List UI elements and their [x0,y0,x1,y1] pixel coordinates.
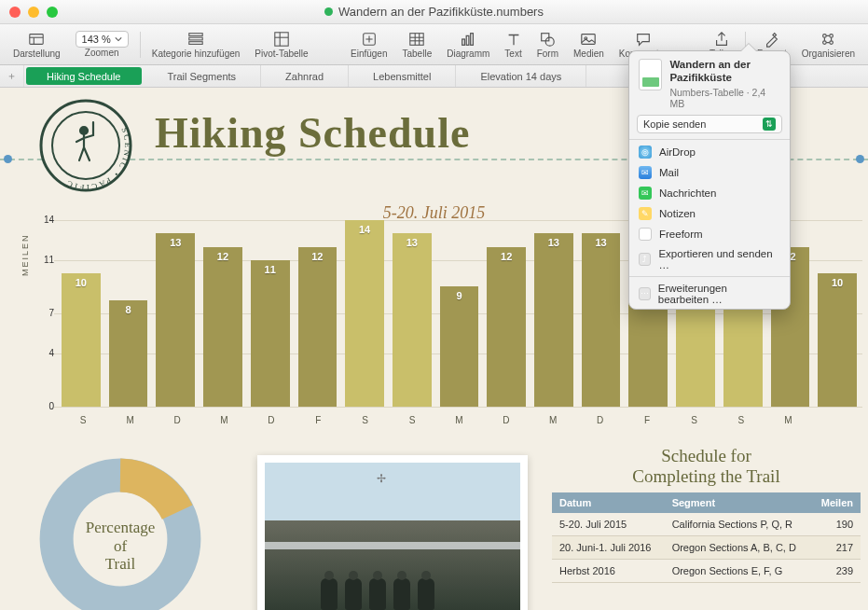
table-header[interactable]: Datum [552,492,665,513]
x-tick-label: S [389,415,435,425]
zoom-control[interactable]: 143 % Zoomen [68,29,136,60]
insert-icon [361,31,378,48]
text-button[interactable]: Text [497,29,529,61]
chevron-down-icon [115,35,122,43]
share-popover: Wandern an derPazifikküste Numbers-Tabel… [628,50,791,310]
x-tick-label: F [295,415,341,425]
schedule-table-section: Schedule for Completing the Trail DatumS… [552,446,861,583]
x-tick-label: M [765,415,811,425]
share-mail[interactable]: ✉Mail [629,162,790,183]
media-icon [580,31,597,48]
share-export[interactable]: ⤴Exportieren und senden … [629,244,790,274]
window-controls [0,7,58,18]
chart-icon [460,31,476,48]
x-tick-label: D [576,415,623,425]
share-doc-subtitle: Numbers-Tabelle · 2,4 MB [669,87,780,109]
coastal-photo[interactable]: ✢ [257,455,528,610]
view-button[interactable]: Darstellung [6,29,68,61]
x-tick-label: S [341,415,388,425]
sheet-tab[interactable]: Zahnrad [261,65,349,87]
send-copy-dropdown[interactable]: Kopie senden ⇅ [637,115,782,133]
svg-point-32 [80,127,88,134]
format-icon [764,31,780,48]
svg-rect-20 [542,33,549,40]
schedule-title: Schedule for Completing the Trail [552,446,861,487]
y-axis-label: MEILEN [21,233,30,276]
add-sheet-button[interactable]: ＋ [0,65,24,87]
mail-icon: ✉ [639,166,652,179]
table-icon [408,31,425,48]
share-notes[interactable]: ✎Notizen [629,203,790,224]
insert-button[interactable]: Einfügen [343,29,394,61]
svg-rect-0 [30,34,43,44]
x-tick-label [812,415,859,425]
table-header[interactable]: Segment [665,492,811,513]
x-tick-label: D [154,415,200,425]
fullscreen-window-button[interactable] [47,7,58,18]
guide-handle-right[interactable] [856,155,864,163]
x-axis-labels: SMDMDFSSMDMDFSSM [60,415,859,425]
add-category-button[interactable]: Kategorie hinzufügen [145,29,248,61]
messages-icon: ✉ [639,187,652,200]
shape-button[interactable]: Form [530,29,566,61]
table-row[interactable]: 5-20. Juli 2015California Sections P, Q,… [552,513,861,536]
percentage-donut-chart[interactable]: Percentage of Trail [22,455,218,610]
chart-button[interactable]: Diagramm [439,29,497,61]
sheet-tab[interactable]: Trail Segments [144,65,262,87]
document-thumbnail-icon [639,59,662,90]
share-icon [713,31,730,48]
table-row[interactable]: 20. Juni-1. Juli 2016Oregon Sections A, … [552,535,861,559]
donut-center-label: Percentage of Trail [22,519,218,574]
x-tick-label: D [483,415,530,425]
share-freeform[interactable]: ❖Freeform [629,224,790,244]
comment-icon [635,31,652,48]
svg-rect-22 [582,34,595,44]
x-tick-label: S [718,415,765,425]
table-row[interactable]: Herbst 2016Oregon Sections E, F, G239 [552,559,861,582]
share-messages[interactable]: ✉Nachrichten [629,183,790,203]
x-tick-label: S [670,415,717,425]
svg-rect-4 [189,37,202,40]
x-tick-label: F [624,415,670,425]
guide-handle-left[interactable] [4,155,12,163]
x-tick-label: M [435,415,482,425]
x-tick-label: M [200,415,247,425]
table-button[interactable]: Tabelle [395,29,440,61]
dropdown-arrows-icon: ⇅ [763,118,776,131]
text-icon [505,31,522,48]
bird-icon: ✢ [377,472,386,485]
close-window-button[interactable] [9,7,21,18]
x-tick-label: D [248,415,295,425]
document-filename: Wandern an der Pazifikküste.numbers [0,5,868,19]
svg-point-27 [830,40,834,44]
share-extensions[interactable]: ⋯Erweiterungen bearbeiten … [629,279,790,309]
sheet-tab[interactable]: Hiking Schedule [26,67,142,85]
svg-rect-3 [189,33,202,35]
table-header[interactable]: Meilen [811,492,861,513]
svg-rect-12 [410,33,423,45]
export-icon: ⤴ [639,253,651,266]
zoom-dropdown[interactable]: 143 % [76,31,129,48]
page-title: Hiking Schedule [155,108,470,158]
media-button[interactable]: Medien [566,29,612,61]
svg-rect-19 [471,33,474,45]
organize-icon [820,31,836,48]
share-airdrop[interactable]: ◎AirDrop [629,142,790,162]
x-tick-label: M [530,415,576,425]
svg-point-26 [823,40,827,44]
svg-point-25 [830,34,834,37]
organize-button[interactable]: Organisieren [794,29,862,61]
svg-rect-18 [466,35,469,45]
document-proxy-icon [324,7,333,16]
x-tick-label: M [106,415,153,425]
svg-point-21 [546,37,555,46]
airdrop-icon: ◎ [639,146,652,159]
sheet-tab[interactable]: Lebensmittel [349,65,456,87]
pivot-table-button[interactable]: Pivot-Tabelle [247,29,315,61]
pivot-icon [273,31,290,48]
minimize-window-button[interactable] [28,7,39,18]
view-icon [28,31,45,48]
schedule-table[interactable]: DatumSegmentMeilen 5-20. Juli 2015Califo… [552,492,861,583]
sheet-tab[interactable]: Elevation 14 days [456,65,586,87]
notes-icon: ✎ [639,207,652,220]
